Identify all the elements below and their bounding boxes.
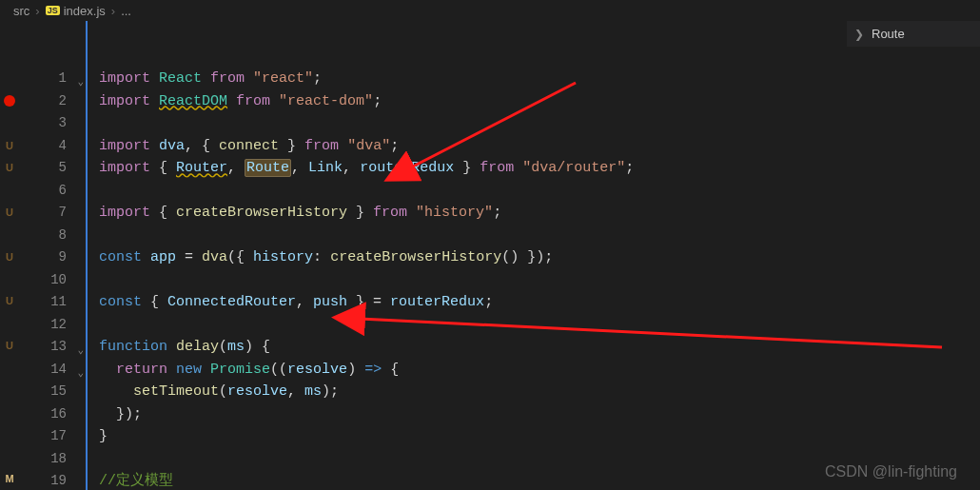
git-marker[interactable]: U	[0, 245, 19, 267]
line-number[interactable]: 15	[19, 381, 86, 403]
git-marker[interactable]: U	[0, 335, 19, 357]
gutter-cell	[0, 357, 19, 379]
gutter-cell	[0, 445, 19, 467]
line-number[interactable]: 5	[19, 157, 86, 180]
line-number[interactable]: 4	[19, 135, 86, 158]
line-number[interactable]: 7	[19, 202, 86, 225]
code-content[interactable]: import React from "react"; import ReactD…	[86, 21, 980, 490]
gutter-cell	[0, 68, 19, 89]
line-number[interactable]: 18	[19, 448, 86, 471]
breadcrumb-sep: ›	[111, 4, 115, 18]
line-number[interactable]: 19	[19, 470, 86, 490]
git-marker[interactable]: U	[0, 134, 19, 156]
watermark-text: CSDN @lin-fighting	[825, 463, 957, 480]
gutter-cell	[0, 112, 19, 134]
breadcrumb[interactable]: src › JS index.js › ...	[0, 0, 980, 21]
breadcrumb-file[interactable]: index.js	[64, 4, 106, 18]
gutter-cell	[0, 402, 19, 423]
line-number[interactable]: 6	[19, 180, 86, 203]
gutter-cell	[0, 224, 19, 245]
gutter-cell	[0, 379, 19, 401]
breakpoint-icon[interactable]	[0, 89, 19, 111]
line-number[interactable]: 13⌄	[19, 336, 86, 359]
gutter-cell	[0, 267, 19, 289]
line-number[interactable]: 10	[19, 269, 86, 292]
line-number[interactable]: 8	[19, 225, 86, 247]
breadcrumb-folder[interactable]: src	[13, 4, 29, 18]
line-number[interactable]: 1⌄	[19, 68, 86, 90]
line-number[interactable]: 2	[19, 90, 86, 113]
git-marker[interactable]: U	[0, 157, 19, 179]
editor: UUUUUUM 1⌄2345678910111213⌄14⌄1516171819…	[0, 21, 980, 490]
glyph-margin[interactable]: UUUUUUM	[0, 21, 19, 490]
gutter-cell	[0, 423, 19, 445]
line-number[interactable]: 9	[19, 246, 86, 269]
git-marker[interactable]: U	[0, 290, 19, 312]
line-number-gutter[interactable]: 1⌄2345678910111213⌄14⌄1516171819	[19, 21, 86, 490]
line-number[interactable]: 16	[19, 403, 86, 426]
line-number[interactable]: 12	[19, 314, 86, 337]
breadcrumb-sep: ›	[35, 4, 39, 18]
git-marker[interactable]: M	[0, 468, 19, 490]
line-number[interactable]: 11	[19, 291, 86, 314]
line-number[interactable]: 17	[19, 425, 86, 448]
line-number[interactable]: 14⌄	[19, 359, 86, 382]
gutter-cell	[0, 179, 19, 201]
line-number[interactable]: 3	[19, 112, 86, 135]
js-badge-icon: JS	[46, 6, 60, 15]
gutter-cell	[0, 312, 19, 334]
git-marker[interactable]: U	[0, 201, 19, 223]
breadcrumb-overflow[interactable]: ...	[121, 4, 131, 18]
